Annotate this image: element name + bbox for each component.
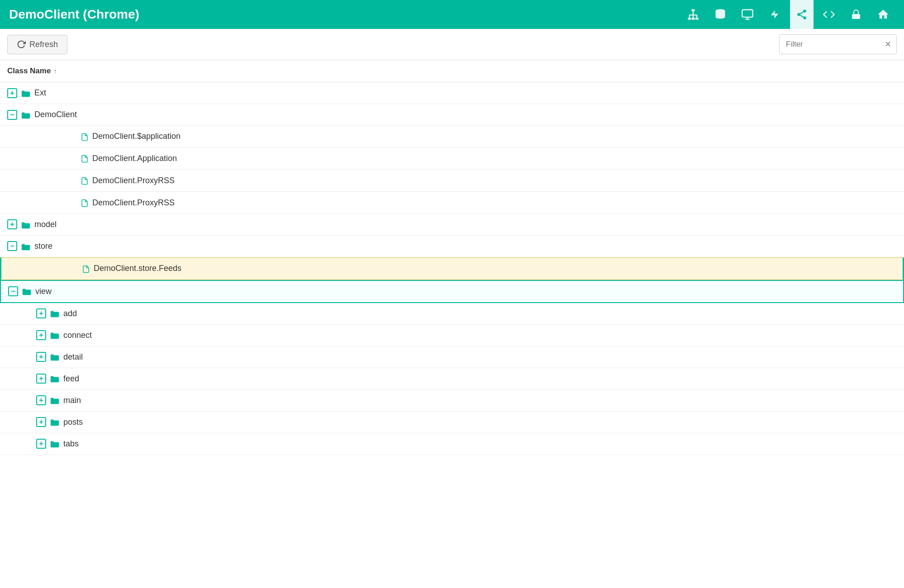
svg-point-16 bbox=[803, 16, 806, 19]
file-icon bbox=[81, 131, 89, 142]
tree-label: add bbox=[63, 309, 77, 318]
tree-toggle[interactable]: + bbox=[36, 439, 46, 449]
folder-icon bbox=[50, 330, 60, 341]
tree-label: DemoClient.store.Feeds bbox=[94, 264, 181, 273]
file-tree: +Ext−DemoClientDemoClient.$applicationDe… bbox=[0, 82, 904, 455]
tree-row[interactable]: DemoClient.ProxyRSS bbox=[0, 170, 904, 192]
folder-icon bbox=[22, 286, 32, 297]
tree-toggle[interactable]: + bbox=[7, 219, 17, 229]
tree-toggle[interactable]: + bbox=[36, 330, 46, 340]
svg-line-17 bbox=[800, 15, 803, 17]
tree-row[interactable]: +model bbox=[0, 214, 904, 236]
tree-toggle[interactable]: − bbox=[7, 241, 17, 251]
svg-rect-19 bbox=[852, 14, 860, 19]
tree-toggle[interactable]: − bbox=[8, 286, 18, 296]
refresh-label: Refresh bbox=[29, 40, 58, 49]
svg-point-14 bbox=[803, 9, 806, 13]
lock-icon[interactable] bbox=[844, 0, 868, 29]
tree-label: DemoClient.ProxyRSS bbox=[92, 198, 175, 208]
svg-rect-1 bbox=[688, 18, 691, 20]
home-icon[interactable] bbox=[871, 0, 895, 29]
tree-label: main bbox=[63, 396, 81, 405]
svg-rect-0 bbox=[692, 9, 695, 11]
tree-row[interactable]: DemoClient.Application bbox=[0, 148, 904, 170]
folder-icon bbox=[21, 241, 31, 251]
svg-rect-2 bbox=[692, 18, 695, 20]
tree-label: DemoClient.Application bbox=[92, 154, 177, 163]
folder-icon bbox=[50, 352, 60, 362]
tree-toggle[interactable]: + bbox=[36, 308, 46, 318]
tree-row[interactable]: DemoClient.ProxyRSS bbox=[0, 192, 904, 214]
tree-label: Ext bbox=[34, 88, 46, 98]
tree-row[interactable]: +tabs bbox=[0, 433, 904, 455]
tree-label: model bbox=[34, 220, 57, 229]
folder-icon bbox=[21, 88, 31, 98]
tree-toggle[interactable]: + bbox=[36, 417, 46, 427]
tree-row[interactable]: −store bbox=[0, 236, 904, 257]
tree-row[interactable]: DemoClient.$application bbox=[0, 126, 904, 148]
refresh-button[interactable]: Refresh bbox=[7, 35, 67, 54]
tree-row[interactable]: DemoClient.store.Feeds bbox=[0, 257, 904, 280]
app-title: DemoClient (Chrome) bbox=[9, 7, 139, 22]
lightning-icon[interactable] bbox=[763, 0, 786, 29]
svg-rect-10 bbox=[742, 10, 752, 17]
folder-icon bbox=[21, 219, 31, 230]
filter-input[interactable] bbox=[780, 35, 879, 53]
app-header: DemoClient (Chrome) bbox=[0, 0, 904, 29]
file-icon bbox=[81, 197, 89, 208]
tree-label: connect bbox=[63, 331, 92, 340]
tree-label: tabs bbox=[63, 439, 79, 449]
tree-toggle[interactable]: − bbox=[7, 110, 17, 120]
tree-label: detail bbox=[63, 352, 83, 362]
file-icon bbox=[81, 175, 89, 186]
database-icon[interactable] bbox=[709, 0, 732, 29]
toolbar: Refresh ✕ bbox=[0, 29, 904, 60]
tree-label: posts bbox=[63, 417, 83, 427]
svg-marker-13 bbox=[771, 10, 779, 19]
sort-icon[interactable]: ↑ bbox=[53, 67, 57, 75]
folder-icon bbox=[21, 109, 31, 120]
svg-rect-3 bbox=[695, 18, 699, 20]
monitor-icon[interactable] bbox=[736, 0, 759, 29]
tree-toggle[interactable]: + bbox=[7, 88, 17, 98]
code-icon[interactable] bbox=[817, 0, 841, 29]
tree-row[interactable]: −view bbox=[0, 280, 904, 303]
tree-toggle[interactable]: + bbox=[36, 374, 46, 384]
folder-icon bbox=[50, 308, 60, 319]
folder-icon bbox=[50, 374, 60, 384]
tree-row[interactable]: −DemoClient bbox=[0, 104, 904, 126]
tree-label: view bbox=[35, 287, 52, 296]
tree-label: DemoClient.ProxyRSS bbox=[92, 176, 175, 185]
folder-icon bbox=[50, 417, 60, 427]
filter-clear-button[interactable]: ✕ bbox=[879, 35, 897, 54]
share-icon[interactable] bbox=[790, 0, 814, 29]
hierarchy-icon[interactable] bbox=[681, 0, 705, 29]
tree-row[interactable]: +Ext bbox=[0, 82, 904, 104]
svg-point-15 bbox=[797, 13, 800, 16]
tree-row[interactable]: +main bbox=[0, 390, 904, 412]
column-header: Class Name ↑ bbox=[0, 60, 904, 82]
filter-bar: ✕ bbox=[779, 34, 897, 54]
column-label: Class Name bbox=[7, 66, 51, 76]
header-icon-bar bbox=[681, 0, 895, 29]
file-icon bbox=[81, 153, 89, 164]
tree-row[interactable]: +add bbox=[0, 303, 904, 325]
tree-label: store bbox=[34, 242, 52, 251]
folder-icon bbox=[50, 395, 60, 406]
tree-toggle[interactable]: + bbox=[36, 395, 46, 405]
tree-row[interactable]: +feed bbox=[0, 368, 904, 390]
svg-line-18 bbox=[800, 12, 803, 14]
folder-icon bbox=[50, 439, 60, 449]
tree-label: feed bbox=[63, 374, 79, 384]
tree-row[interactable]: +detail bbox=[0, 346, 904, 368]
file-icon bbox=[82, 263, 90, 274]
tree-toggle[interactable]: + bbox=[36, 352, 46, 362]
tree-label: DemoClient.$application bbox=[92, 132, 181, 141]
tree-row[interactable]: +connect bbox=[0, 325, 904, 346]
tree-label: DemoClient bbox=[34, 110, 77, 119]
tree-row[interactable]: +posts bbox=[0, 412, 904, 433]
